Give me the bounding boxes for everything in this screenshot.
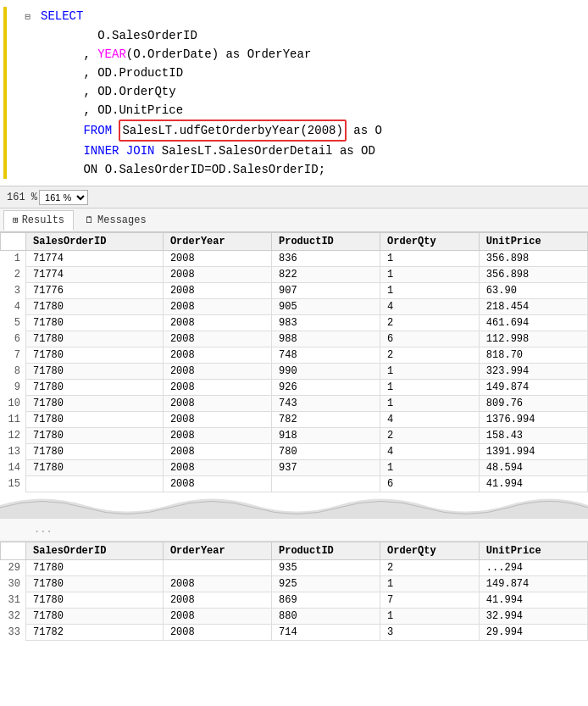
table-cell: 71780: [26, 380, 164, 396]
col-header-orderyear: OrderYear: [163, 233, 271, 251]
on-clause: ON O.SalesOrderID=OD.SalesOrderID;: [83, 163, 325, 176]
table-cell: 71780: [26, 560, 164, 576]
table-cell: 71782: [26, 625, 164, 641]
table-cell: 32.994: [479, 609, 587, 625]
table-cell: 818.70: [479, 347, 587, 364]
table-row: 87178020089901323.994: [1, 364, 588, 380]
table-cell: 149.874: [479, 380, 587, 396]
table-row: 57178020089832461.694: [1, 315, 588, 331]
table-cell: 2008: [163, 315, 271, 331]
table-cell: 158.43: [479, 428, 587, 444]
zoom-level: 161 %: [7, 192, 37, 203]
code-line-3: , YEAR(O.OrderDate) as OrderYear: [7, 45, 588, 64]
code-line-7: FROM SalesLT.udfGetOrderbyYear(2008) as …: [7, 120, 588, 142]
table-cell: 71780: [26, 315, 164, 331]
table-header-row: SalesOrderID OrderYear ProductID OrderQt…: [1, 233, 588, 251]
table-cell: 2008: [163, 428, 271, 444]
alias-od: OD: [354, 144, 375, 158]
table-cell: 748: [271, 347, 380, 364]
bottom-table-body: 29717809352...294307178020089251149.8743…: [1, 560, 588, 641]
tab-results[interactable]: ⊞ Results: [3, 210, 74, 231]
gap-indicator: ...: [0, 518, 588, 542]
row-number: 32: [1, 609, 26, 625]
tab-messages-label: Messages: [97, 214, 147, 226]
table-row: 97178020089261149.874: [1, 380, 588, 396]
row-number: 8: [1, 364, 26, 380]
col-header-orderqty: OrderQty: [380, 233, 480, 251]
alias-orderyear: OrderYear: [240, 47, 311, 61]
table-cell: 71780: [26, 364, 164, 380]
row-number: 1: [1, 251, 26, 267]
table-cell: 2008: [163, 347, 271, 364]
table-cell: 714: [271, 625, 380, 641]
table-cell: 71780: [26, 331, 164, 347]
collapse-icon[interactable]: ⊟: [25, 8, 31, 26]
results-panel: ⊞ Results 🗒 Messages SalesOrderID OrderY…: [0, 208, 588, 641]
table-row: 1371780200878041391.994: [1, 444, 588, 460]
table-row: 307178020089251149.874: [1, 576, 588, 592]
table-cell: 71774: [26, 267, 164, 283]
table-cell: 2008: [163, 380, 271, 396]
row-number: 2: [1, 267, 26, 283]
table-cell: 2008: [163, 331, 271, 347]
col-header-unitprice: UnitPrice: [479, 233, 587, 251]
table-cell: 918: [271, 428, 380, 444]
col-header-productid: ProductID: [271, 233, 380, 251]
bottom-row-num-header: [1, 542, 26, 560]
table-row: 17177420088361356.898: [1, 251, 588, 267]
keyword-from: FROM: [83, 124, 119, 137]
table-cell: 2008: [163, 476, 271, 492]
table-cell: 1: [380, 576, 480, 592]
table-cell: 1: [380, 609, 480, 625]
row-number: 6: [1, 331, 26, 347]
table-cell: 71780: [26, 412, 164, 428]
table-cell: 1: [380, 396, 480, 412]
table-row: 27177420088221356.898: [1, 267, 588, 283]
table-cell: 356.898: [479, 251, 587, 267]
keyword-select: SELECT: [41, 9, 83, 23]
tab-messages[interactable]: 🗒 Messages: [75, 210, 156, 231]
bottom-col-orderqty: OrderQty: [380, 542, 480, 560]
table-cell: [271, 476, 380, 492]
bottom-col-orderyear: OrderYear: [163, 542, 271, 560]
row-number: 10: [1, 396, 26, 412]
table-cell: 4: [380, 412, 480, 428]
table-body: 17177420088361356.89827177420088221356.8…: [1, 251, 588, 492]
table-cell: 71776: [26, 283, 164, 299]
field-orderqty: OD.OrderQty: [97, 85, 175, 98]
table-cell: 4: [380, 299, 480, 315]
table-cell: ...294: [479, 560, 587, 576]
table-cell: 71780: [26, 299, 164, 315]
table-cell: 990: [271, 364, 380, 380]
table-cell: 6: [380, 331, 480, 347]
keyword-inner-join: INNER JOIN: [83, 144, 161, 158]
row-number: 13: [1, 444, 26, 460]
table-row: 67178020089886112.998: [1, 331, 588, 347]
table-cell: 1: [380, 251, 480, 267]
code-content-2: O.SalesOrderID: [37, 26, 588, 45]
table-cell: 780: [271, 444, 380, 460]
table-row: 1171780200878241376.994: [1, 412, 588, 428]
table-cell: 2: [380, 428, 480, 444]
row-number: 4: [1, 299, 26, 315]
code-content-4: , OD.ProductID: [37, 64, 588, 82]
zoom-bar: 161 % 161 % 100 % 150 % 200 %: [0, 186, 588, 208]
table-cell: [163, 560, 271, 576]
row-number: 14: [1, 460, 26, 476]
table-cell: 71780: [26, 444, 164, 460]
table-cell: 2008: [163, 444, 271, 460]
table-cell: 149.874: [479, 576, 587, 592]
row-number: 9: [1, 380, 26, 396]
table-row: 47178020089054218.454: [1, 299, 588, 315]
code-line-8: INNER JOIN SalesLT.SalesOrderDetail as O…: [7, 142, 588, 160]
table-cell: 2008: [163, 592, 271, 609]
zoom-dropdown[interactable]: 161 % 100 % 150 % 200 %: [39, 190, 88, 205]
table-cell: 2: [380, 347, 480, 364]
results-tabs: ⊞ Results 🗒 Messages: [0, 208, 588, 232]
code-line-9: ON O.SalesOrderID=OD.SalesOrderID;: [7, 160, 588, 179]
table-cell: 71780: [26, 347, 164, 364]
table-cell: 1376.994: [479, 412, 587, 428]
row-number: 3: [1, 283, 26, 299]
table-row: 33717822008714329.994: [1, 625, 588, 641]
code-content-5: , OD.OrderQty: [37, 82, 588, 101]
